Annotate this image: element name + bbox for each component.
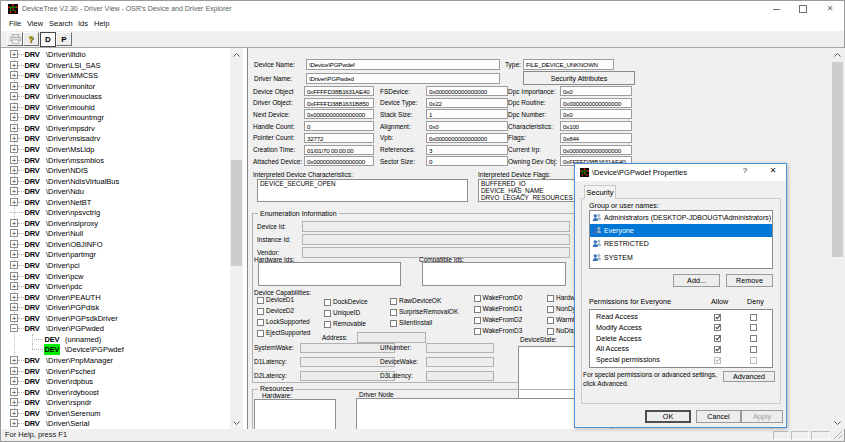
tree-expand-icon[interactable]: + [10, 398, 18, 406]
capability-checkbox-deviced2[interactable] [257, 308, 264, 315]
device-name-field[interactable]: \Device\PGPwdef [306, 59, 500, 70]
group-list-item[interactable]: SYSTEM [590, 251, 772, 264]
deny-checkbox[interactable] [750, 346, 757, 353]
ok-button[interactable]: OK [645, 410, 691, 423]
tree-expand-icon[interactable]: + [10, 71, 18, 79]
tree-item-label[interactable]: \Driver\OBJINFO [46, 239, 103, 250]
menu-ids[interactable]: Ids [78, 18, 88, 30]
tree-row[interactable]: +DRV\Driver\rspndr [1, 397, 230, 408]
allow-checkbox[interactable] [714, 335, 721, 342]
tree-item-label[interactable]: \Driver\Ndu [46, 186, 84, 197]
tree-expand-icon[interactable]: + [10, 314, 18, 322]
allow-checkbox[interactable] [714, 324, 721, 331]
scroll-down-icon[interactable] [230, 416, 243, 429]
deny-checkbox[interactable] [750, 314, 757, 321]
tree-expand-icon[interactable]: + [10, 134, 18, 142]
tree-row[interactable]: +DRV\Driver\Ndu [1, 186, 230, 197]
tree-expand-icon[interactable]: + [10, 250, 18, 258]
deny-checkbox[interactable] [750, 357, 757, 364]
tree-row[interactable]: +DRV\Driver\PGPsdkDriver [1, 313, 230, 324]
field-value[interactable]: 0x0000000000000000 [560, 98, 632, 108]
tree-expand-icon[interactable]: + [10, 187, 18, 195]
capability-checkbox-rawdeviceok[interactable] [390, 298, 397, 305]
tree-expand-icon[interactable]: + [10, 156, 18, 164]
tree-item-label[interactable]: \Driver\PnpManager [46, 355, 113, 366]
allow-checkbox[interactable] [714, 346, 721, 353]
tree-row[interactable]: +DRV\Driver\pdc [1, 281, 230, 292]
field-value[interactable]: 0x0000000000000000 [304, 156, 374, 166]
tab-security[interactable]: Security [584, 185, 616, 199]
tree-expand-icon[interactable]: + [10, 177, 18, 185]
tree-row[interactable]: +DRV\Driver\pcw [1, 271, 230, 282]
field-value[interactable] [426, 357, 494, 367]
hardware-ids-box[interactable] [258, 262, 401, 287]
field-value[interactable]: 0 [304, 121, 374, 131]
capability-checkbox-wakefromd1[interactable] [474, 306, 481, 313]
tree-row[interactable]: DRV\Driver\npsvctrig [1, 207, 230, 218]
tree-expand-icon[interactable]: + [10, 282, 18, 290]
menu-search[interactable]: Search [49, 18, 73, 30]
close-button[interactable]: ✕ [817, 1, 843, 17]
tree-row[interactable]: +DRV\Driver\MMCSS [1, 70, 230, 81]
resize-grip[interactable] [833, 430, 843, 440]
field-value[interactable]: 0x100 [560, 121, 632, 131]
tree-item-label[interactable]: \Driver\mountmgr [46, 112, 104, 123]
tree-row[interactable]: +DRV\Driver\lltdio [1, 49, 230, 60]
compatible-ids-box[interactable] [422, 262, 566, 287]
tree-item-label[interactable]: \Driver\PGPdisk [46, 302, 99, 313]
field-value[interactable] [302, 221, 570, 232]
deny-checkbox[interactable] [750, 335, 757, 342]
capability-checkbox-removable[interactable] [324, 321, 331, 328]
field-value[interactable]: 0x0 [560, 109, 632, 119]
hardware-resources-box[interactable] [254, 399, 336, 429]
tree-expand-icon[interactable]: + [10, 61, 18, 69]
field-value[interactable] [302, 234, 570, 245]
field-value[interactable]: 0x0 [560, 86, 632, 96]
field-value[interactable] [426, 371, 494, 381]
tree-item-label[interactable]: \Driver\NDIS [46, 165, 88, 176]
tree-row[interactable]: +DRV\Driver\Serial [1, 418, 230, 429]
capability-checkbox-dockdevice[interactable] [324, 299, 331, 306]
tree-expand-icon[interactable]: + [10, 356, 18, 364]
tree-row[interactable]: DEV(unnamed) [1, 334, 230, 345]
tree-row[interactable]: +DRV\Driver\mssmbios [1, 155, 230, 166]
tree-item-label[interactable]: \Driver\MsLldp [46, 144, 94, 155]
capability-checkbox-locksupported[interactable] [257, 319, 264, 326]
scroll-up-icon[interactable] [230, 48, 243, 61]
tree-expand-icon[interactable]: + [10, 409, 18, 417]
tree-row[interactable]: +DRV\Driver\Null [1, 228, 230, 239]
tree-expand-icon[interactable]: + [10, 261, 18, 269]
field-value[interactable]: 01/01/70 00:00:00 [304, 145, 374, 155]
tree-item-label[interactable]: \Driver\pcw [46, 271, 84, 282]
tree-item-label[interactable]: \Driver\rdpbus [46, 376, 93, 387]
tree-expand-icon[interactable]: + [10, 419, 18, 427]
tree-expand-icon[interactable]: + [10, 145, 18, 153]
tree-item-label[interactable]: \Driver\mouhid [46, 102, 95, 113]
menu-file[interactable]: File [9, 18, 21, 30]
tree-item-label[interactable]: \Driver\Null [46, 228, 83, 239]
tree-item-label[interactable]: \Driver\LSI_SAS [46, 60, 101, 71]
tree-item-label[interactable]: \Driver\NetBT [46, 197, 91, 208]
allow-checkbox[interactable] [714, 357, 721, 364]
field-value[interactable]: 0 [426, 156, 508, 166]
tree-expand-icon[interactable]: + [10, 240, 18, 248]
add-button[interactable]: Add... [673, 274, 720, 287]
tree-row[interactable]: DEV\Device\PGPwdef [1, 344, 230, 355]
tree-item-label[interactable]: \Driver\Psched [46, 366, 95, 377]
tree-row[interactable]: +DRV\Driver\PGPdisk [1, 302, 230, 313]
tree-row[interactable]: +DRV\Driver\monitor [1, 81, 230, 92]
tree-item-label[interactable]: \Driver\msisadrv [46, 133, 100, 144]
tree-item-label[interactable]: \Driver\nsiproxy [46, 218, 98, 229]
tree-row[interactable]: +DRV\Driver\rdpbus [1, 376, 230, 387]
tree-item-label[interactable]: \Driver\MMCSS [46, 70, 98, 81]
capability-checkbox-deviced1[interactable] [257, 297, 264, 304]
tree-row[interactable]: +DRV\Driver\pci [1, 260, 230, 271]
scroll-up-icon[interactable] [831, 48, 844, 61]
field-value[interactable]: 32772 [304, 133, 374, 143]
tree-item-label[interactable]: \Driver\partmgr [46, 249, 96, 260]
tree-row[interactable]: +DRV\Driver\MsLldp [1, 144, 230, 155]
tree-item-label[interactable]: \Driver\mssmbios [46, 155, 104, 166]
tree-row[interactable]: −DRV\Driver\PGPwded [1, 323, 230, 334]
tree-item-label[interactable]: \Driver\mpsdrv [46, 123, 95, 134]
tree-item-label[interactable]: \Driver\PGPsdkDriver [46, 313, 118, 324]
